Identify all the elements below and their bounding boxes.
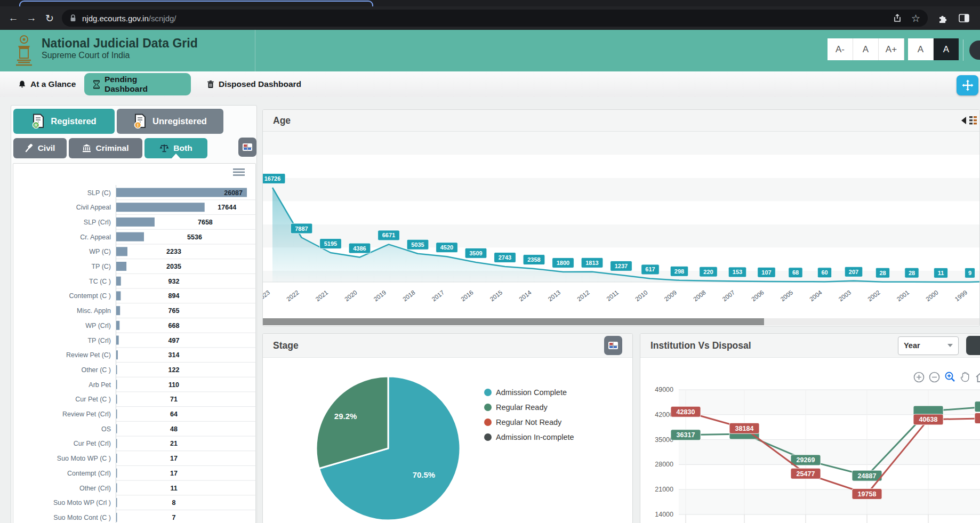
bar-row[interactable]: Arb Pet110 [89,380,255,392]
url-path: /scnjdg/ [149,14,176,23]
data-label: 36317 [671,430,701,440]
bar-row[interactable]: TC (C )932 [89,277,255,288]
tab-at-a-glance[interactable]: At a Glance [10,73,84,95]
svg-text:28000: 28000 [655,461,673,468]
svg-text:2020: 2020 [343,289,358,302]
svg-text:TC (C ): TC (C ) [89,278,111,285]
data-label: 6671 [378,230,400,240]
svg-text:11: 11 [170,485,177,492]
svg-text:Civil Appeal: Civil Appeal [76,204,111,211]
svg-text:122: 122 [168,366,180,374]
profile-avatar[interactable] [969,41,980,60]
svg-text:2743: 2743 [499,254,511,261]
header-divider-2 [963,39,963,61]
zoom-in-icon[interactable] [913,372,925,383]
back-icon[interactable]: ← [4,9,22,27]
move-icon [962,79,974,91]
age-line-chart: 2023202220212020201920182017201620152014… [263,132,979,318]
bar-row[interactable]: Suo Moto Cont (C )7 [53,513,255,523]
font-decrease-button[interactable]: A- [828,38,853,60]
svg-text:Contempt (Crl): Contempt (Crl) [67,470,111,477]
legend-swatch [484,419,492,426]
svg-text:Contempt (C ): Contempt (C ) [69,292,111,300]
period-select[interactable]: Year [898,336,959,355]
font-normal-button[interactable]: A [853,38,879,60]
tab-pending-dashboard[interactable]: Pending Dashboard [84,73,191,95]
svg-text:207: 207 [849,269,858,275]
tab-disposed-dashboard[interactable]: Disposed Dashboard [198,73,310,95]
bar-row[interactable]: WP (C)2233 [89,247,255,259]
data-label: 7887 [291,223,312,234]
zoom-out-icon[interactable] [929,372,940,383]
bar-row[interactable]: Contempt (Crl)17 [67,469,255,480]
pan-hand-icon[interactable] [960,371,971,383]
chevron-left-icon[interactable] [961,117,966,124]
bar-row[interactable]: Cur Pet (Crl)21 [74,439,255,450]
bar-row[interactable]: WP (Crl)668 [85,321,255,333]
bar-row[interactable]: Suo Moto WP (Crl )8 [53,498,255,510]
svg-text:2358: 2358 [527,256,540,263]
age-chart-menu-icon[interactable] [969,116,977,125]
bar-row[interactable]: Suo Moto WP (C )17 [57,454,255,465]
institution-extra-button[interactable] [966,336,980,355]
move-widget-button[interactable] [957,75,978,95]
svg-text:Cr. Appeal: Cr. Appeal [80,234,111,241]
bar-row[interactable]: TP (Crl)497 [87,336,255,348]
age-chart-scrollbar[interactable] [263,318,979,325]
theme-light-button[interactable]: A [908,38,934,60]
bar-row[interactable]: Review Pet (C)314 [66,350,255,362]
bar-row[interactable]: Review Pet (Crl)64 [62,409,255,421]
age-chart-scrollbar-thumb[interactable] [263,318,764,325]
svg-text:SLP (C): SLP (C) [87,189,111,197]
registered-button[interactable]: R Registered [13,109,115,134]
zoom-lens-icon[interactable] [944,371,956,383]
svg-text:!: ! [137,122,139,127]
home-icon[interactable] [975,372,980,383]
tab-criminal[interactable]: Criminal [69,138,142,158]
svg-text:16726: 16726 [264,175,281,182]
svg-text:617: 617 [645,266,655,272]
theme-dark-button[interactable]: A [934,38,959,60]
url-bar[interactable]: njdg.ecourts.gov.in/scnjdg/ ☆ [62,10,928,27]
bar-row[interactable]: Contempt (C )894 [69,291,256,303]
legend-label: Admission In-complete [496,433,574,441]
data-label: 38184 [729,423,759,433]
bar-row[interactable]: Cr. Appeal5536 [80,232,255,244]
svg-text:WP (Crl): WP (Crl) [85,322,111,329]
bar-row[interactable]: Misc. Appln765 [77,306,255,318]
bar-row[interactable]: Other (C )122 [81,365,255,377]
url-text: njdg.ecourts.gov.in/scnjdg/ [82,14,176,23]
data-label: 16726 [263,173,285,183]
bar-row[interactable]: OS48 [101,424,255,436]
data-label: 617 [641,264,660,275]
unregistered-button[interactable]: ! Unregistered [117,109,223,134]
font-increase-button[interactable]: A+ [879,38,904,60]
supreme-court-emblem-logo [13,34,35,67]
svg-text:932: 932 [168,278,180,285]
stage-table-view-button[interactable] [604,336,622,355]
star-icon[interactable]: ☆ [911,12,920,25]
registered-label: Registered [51,116,96,126]
institution-title: Institution Vs Disposal [650,340,751,351]
forward-icon[interactable]: → [22,9,41,27]
bar-row[interactable]: SLP (C)26087 [87,188,255,200]
tab-civil[interactable]: Civil [13,138,67,158]
hourglass-icon [93,80,100,89]
chart-menu-icon[interactable] [233,168,245,176]
bar-row[interactable]: Cur Pet (C )71 [75,395,255,406]
reload-icon[interactable]: ↻ [41,9,59,27]
share-icon[interactable] [892,13,903,23]
side-panel-icon[interactable] [959,14,969,22]
case-type-table-view-button[interactable] [238,138,256,157]
svg-text:2000: 2000 [925,289,939,302]
dropdown-caret-icon [947,344,953,347]
svg-text:894: 894 [168,292,180,300]
pie-pct-label: 29.2% [334,412,357,421]
bar-row[interactable]: Civil Appeal17644 [76,203,255,214]
extension-puzzle-icon[interactable] [937,13,948,23]
data-label [975,413,980,423]
data-label: 11 [934,268,947,278]
bar-row[interactable]: Other (Crl)11 [79,484,255,495]
bar-row[interactable]: SLP (Crl)7658 [84,218,255,229]
url-host: njdg.ecourts.gov.in [82,14,149,23]
